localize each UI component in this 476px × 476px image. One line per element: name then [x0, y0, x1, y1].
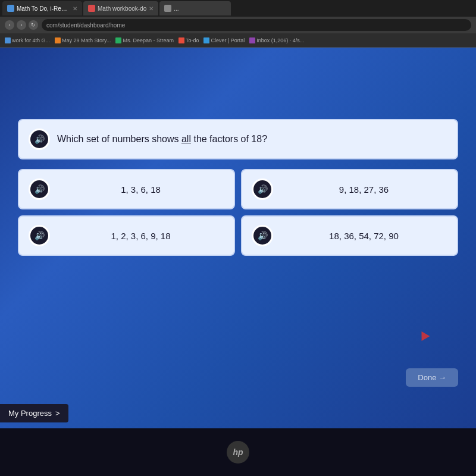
answer-text-b: 9, 18, 27, 36 [280, 184, 447, 195]
done-button-label: Done → [418, 373, 446, 382]
hp-logo-circle: hp [227, 441, 249, 464]
bookmark-favicon-5 [203, 37, 209, 43]
tab-math-iready[interactable]: Math To Do, i-Ready ✕ [2, 1, 82, 15]
answer-option-b[interactable]: 🔊 9, 18, 27, 36 [241, 169, 458, 209]
bookmark-5[interactable]: Clever | Portal [203, 37, 245, 43]
bookmark-favicon-2 [55, 37, 61, 43]
browser-chrome: Math To Do, i-Ready ✕ Math workbook-do ✕… [0, 0, 476, 48]
bookmark-3[interactable]: Ms. Deepan - Stream [115, 37, 174, 43]
hp-logo-text: hp [233, 447, 243, 457]
back-button[interactable]: ‹ [5, 20, 14, 30]
bookmark-favicon-6 [249, 37, 255, 43]
my-progress-button[interactable]: My Progress > [0, 404, 68, 422]
hp-logo: hp [226, 440, 250, 464]
bookmark-1[interactable]: work for 4th G... [5, 37, 50, 43]
answer-audio-button-a[interactable]: 🔊 [29, 178, 50, 200]
tab-bar: Math To Do, i-Ready ✕ Math workbook-do ✕… [0, 0, 476, 17]
refresh-button[interactable]: ↻ [29, 20, 38, 30]
done-button[interactable]: Done → [406, 368, 458, 387]
answer-audio-button-d[interactable]: 🔊 [252, 225, 273, 246]
answer-option-c[interactable]: 🔊 1, 2, 3, 6, 9, 18 [18, 215, 235, 256]
answer-text-a: 1, 3, 6, 18 [57, 184, 224, 195]
answers-grid: 🔊 1, 3, 6, 18 🔊 9, 18, 27, 36 🔊 1, 2, 3,… [18, 169, 458, 256]
tab-label-1: Math To Do, i-Ready [17, 5, 70, 12]
answer-option-d[interactable]: 🔊 18, 36, 54, 72, 90 [241, 215, 458, 256]
my-progress-chevron-icon: > [55, 409, 60, 418]
question-area: 🔊 Which set of numbers shows all the fac… [18, 119, 458, 256]
bookmark-favicon-1 [5, 37, 11, 43]
tab-3[interactable]: ... [159, 1, 231, 15]
question-audio-icon: 🔊 [35, 134, 45, 144]
question-box: 🔊 Which set of numbers shows all the fac… [18, 119, 458, 159]
bookmark-label-1: work for 4th G... [12, 37, 50, 43]
answer-text-c: 1, 2, 3, 6, 9, 18 [57, 231, 224, 241]
address-text: com/student/dashboard/home [46, 22, 125, 29]
answer-text-d: 18, 36, 54, 72, 90 [280, 231, 447, 241]
question-text-underlined: all [181, 134, 191, 144]
bottom-bezel: hp [0, 428, 476, 476]
question-audio-button[interactable]: 🔊 [29, 129, 50, 150]
answer-audio-button-c[interactable]: 🔊 [29, 225, 50, 246]
answer-audio-icon-c: 🔊 [35, 231, 45, 240]
tab-close-2[interactable]: ✕ [149, 5, 154, 12]
answer-audio-icon-a: 🔊 [35, 184, 45, 194]
answer-audio-icon-b: 🔊 [258, 184, 268, 194]
bookmark-label-3: Ms. Deepan - Stream [123, 37, 174, 43]
tab-favicon-2 [88, 5, 95, 12]
bookmark-6[interactable]: Inbox (1,206) · 4/s... [249, 37, 304, 43]
question-text-part1: Which set of numbers shows [57, 134, 181, 144]
bookmark-label-2: May 29 Math Story... [62, 37, 111, 43]
answer-audio-icon-d: 🔊 [258, 231, 268, 240]
mouse-cursor [418, 329, 430, 341]
address-bar[interactable]: com/student/dashboard/home [42, 19, 471, 31]
nav-buttons: ‹ › ↻ [5, 20, 38, 30]
tab-favicon-3 [164, 5, 171, 12]
tab-close-1[interactable]: ✕ [73, 5, 77, 12]
answer-option-a[interactable]: 🔊 1, 3, 6, 18 [18, 169, 235, 209]
address-bar-row: ‹ › ↻ com/student/dashboard/home [0, 17, 476, 33]
question-text: Which set of numbers shows all the facto… [57, 134, 267, 145]
my-progress-label: My Progress [8, 409, 52, 418]
main-content: 🔊 Which set of numbers shows all the fac… [0, 48, 476, 476]
bookmark-2[interactable]: May 29 Math Story... [55, 37, 111, 43]
answer-audio-button-b[interactable]: 🔊 [252, 178, 273, 200]
bookmark-favicon-4 [178, 37, 184, 43]
bookmark-favicon-3 [115, 37, 121, 43]
bookmarks-bar: work for 4th G... May 29 Math Story... M… [0, 33, 476, 48]
bookmark-label-4: To-do [186, 37, 199, 43]
tab-workbook[interactable]: Math workbook-do ✕ [83, 1, 158, 15]
tab-favicon-1 [7, 5, 14, 12]
tab-label-2: Math workbook-do [98, 5, 146, 12]
bookmark-4[interactable]: To-do [178, 37, 199, 43]
bookmark-label-6: Inbox (1,206) · 4/s... [256, 37, 304, 43]
my-progress-bar: My Progress > [0, 404, 68, 422]
question-text-suffix: the factors of 18? [191, 134, 267, 144]
bookmark-label-5: Clever | Portal [211, 37, 245, 43]
tab-label-3: ... [174, 5, 178, 12]
forward-button[interactable]: › [17, 20, 26, 30]
